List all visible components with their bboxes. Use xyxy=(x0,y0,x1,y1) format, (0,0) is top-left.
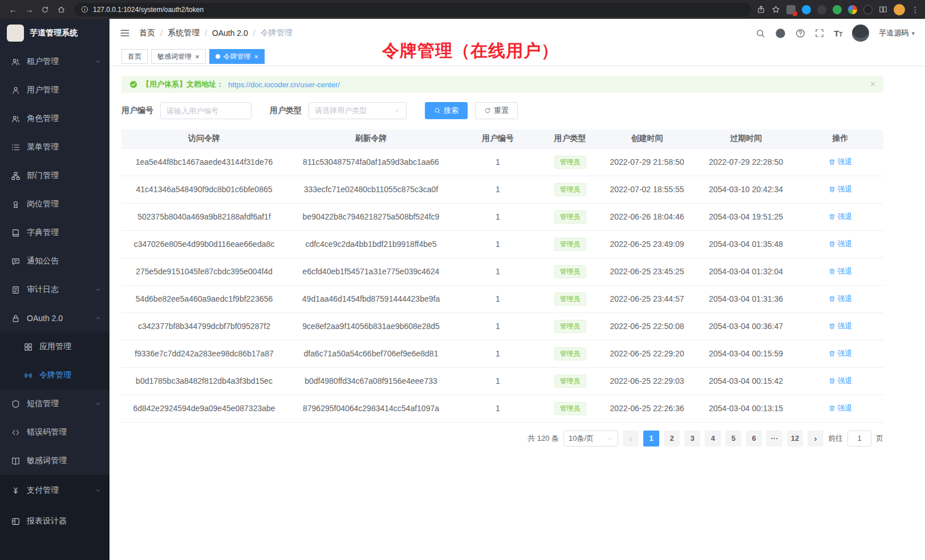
breadcrumb-item[interactable]: 系统管理 xyxy=(168,28,200,38)
sidebar-item-dept[interactable]: 部门管理 xyxy=(0,161,109,190)
sidebar-item-oauth2-token[interactable]: 令牌管理 xyxy=(0,361,109,389)
user-id-label: 用户编号 xyxy=(121,105,153,116)
page-size-select[interactable]: 10条/页 xyxy=(563,431,618,447)
browser-refresh-button[interactable] xyxy=(38,2,52,17)
sidebar-item-label: 令牌管理 xyxy=(39,370,102,380)
user-id-input[interactable] xyxy=(160,102,251,119)
force-logout-button[interactable]: 强退 xyxy=(829,212,853,222)
sidebar-item-audit-log[interactable]: 审计日志 xyxy=(0,275,109,304)
browser-profile-avatar[interactable] xyxy=(894,4,905,15)
table-row: 54d6be82ee5a460a9aedc1f9bf22365649d1aa46… xyxy=(121,285,883,313)
bookmark-star-icon[interactable] xyxy=(772,5,780,14)
share-icon[interactable] xyxy=(757,5,765,14)
page-button-1[interactable]: 1 xyxy=(643,431,659,447)
force-logout-button[interactable]: 强退 xyxy=(829,266,853,277)
github-icon[interactable] xyxy=(775,28,786,39)
tab-home[interactable]: 首页 xyxy=(121,49,148,64)
force-logout-button[interactable]: 强退 xyxy=(829,348,853,359)
action-cell: 强退 xyxy=(797,367,883,395)
extension-icon-green[interactable] xyxy=(833,5,842,14)
table-row: 1ea5e44f8bc1467aaede43144f31de76811c5304… xyxy=(121,148,883,176)
alert-close-icon[interactable]: × xyxy=(870,80,875,89)
breadcrumb-separator: / xyxy=(253,29,255,38)
token-icon xyxy=(24,371,33,380)
fullscreen-icon[interactable] xyxy=(815,29,824,38)
reset-button[interactable]: 重置 xyxy=(475,102,518,119)
force-logout-button[interactable]: 强退 xyxy=(829,321,853,331)
sidebar-item-sensitive-word[interactable]: 敏感词管理 xyxy=(0,447,109,475)
sidebar-item-role[interactable]: 角色管理 xyxy=(0,104,109,133)
sidebar-item-user[interactable]: 用户管理 xyxy=(0,76,109,104)
sidebar-item-post[interactable]: 岗位管理 xyxy=(0,190,109,218)
created-time-cell: 2022-06-25 22:50:08 xyxy=(599,313,695,340)
help-icon[interactable] xyxy=(796,29,805,38)
prev-page-button[interactable]: ‹ xyxy=(623,431,639,447)
font-size-icon[interactable]: TT xyxy=(834,29,842,38)
page-button-4[interactable]: 4 xyxy=(705,431,721,447)
user-id-cell: 1 xyxy=(455,340,541,367)
next-page-button[interactable]: › xyxy=(808,431,823,447)
user-type-cell: 管理员 xyxy=(541,258,599,285)
page-button-2[interactable]: 2 xyxy=(664,431,680,447)
split-view-icon[interactable] xyxy=(879,5,887,14)
column-header: 用户编号 xyxy=(455,129,541,148)
force-logout-button[interactable]: 强退 xyxy=(829,294,853,304)
expire-time-cell: 2054-03-04 00:36:47 xyxy=(695,313,797,340)
extension-icon-blue[interactable] xyxy=(802,5,811,14)
user-id-cell: 1 xyxy=(455,176,541,203)
tab-close-icon[interactable]: × xyxy=(195,53,200,60)
force-logout-button[interactable]: 强退 xyxy=(829,403,853,413)
page-button-3[interactable]: 3 xyxy=(684,431,700,447)
force-logout-button[interactable]: 强退 xyxy=(829,239,853,249)
page-button-5[interactable]: 5 xyxy=(725,431,741,447)
sidebar-item-oauth2[interactable]: OAuth 2.0 xyxy=(0,304,109,332)
site-info-icon[interactable] xyxy=(81,6,88,13)
extension-icon-grid[interactable] xyxy=(786,5,796,14)
browser-home-button[interactable] xyxy=(54,2,68,17)
tab-token[interactable]: 令牌管理× xyxy=(209,49,265,64)
refresh-token-cell: e6cfd40eb1f54571a31e775e039c4624 xyxy=(287,258,455,285)
force-logout-button[interactable]: 强退 xyxy=(829,157,853,167)
force-logout-button[interactable]: 强退 xyxy=(829,184,853,194)
app-logo[interactable]: 芋道管理系统 xyxy=(0,19,109,47)
sidebar-item-report-designer[interactable]: 报表设计器 xyxy=(0,506,109,537)
user-type-cell: 管理员 xyxy=(541,313,599,340)
sidebar-item-dict[interactable]: 字典管理 xyxy=(0,218,109,247)
column-header: 创建时间 xyxy=(599,129,695,148)
browser-menu-icon[interactable]: ⋮ xyxy=(911,5,919,14)
force-logout-button[interactable]: 强退 xyxy=(829,376,853,386)
sidebar-item-notice[interactable]: 通知公告 xyxy=(0,247,109,275)
sidebar: 芋道管理系统 租户管理用户管理角色管理菜单管理部门管理岗位管理字典管理通知公告审… xyxy=(0,19,109,560)
extension-icon-dark[interactable] xyxy=(817,5,826,14)
extension-icon-paw[interactable] xyxy=(863,5,873,14)
sidebar-item-sms[interactable]: 短信管理 xyxy=(0,389,109,418)
breadcrumb-item[interactable]: 首页 xyxy=(139,28,155,38)
user-avatar[interactable] xyxy=(852,25,869,42)
sidebar-item-menu[interactable]: 菜单管理 xyxy=(0,133,109,161)
breadcrumb-item[interactable]: OAuth 2.0 xyxy=(212,29,248,38)
sidebar-item-error-code[interactable]: 错误码管理 xyxy=(0,418,109,447)
user-type-badge: 管理员 xyxy=(554,238,586,251)
alert-doc-link[interactable]: https://doc.iocoder.cn/user-center/ xyxy=(228,80,340,89)
sidebar-item-tenant[interactable]: 租户管理 xyxy=(0,47,109,76)
user-type-select[interactable]: 请选择用户类型 xyxy=(309,102,407,119)
sidebar-item-oauth2-application[interactable]: 应用管理 xyxy=(0,332,109,361)
extensions-puzzle-icon[interactable] xyxy=(848,5,857,14)
pagination: 共 120 条 10条/页 ‹ 123456···12 › 前往 页 xyxy=(121,431,883,447)
goto-page-input[interactable] xyxy=(847,431,871,447)
user-type-badge: 管理员 xyxy=(554,375,586,388)
page-button-12[interactable]: 12 xyxy=(787,431,803,447)
hamburger-icon[interactable] xyxy=(120,28,130,38)
search-icon[interactable] xyxy=(756,29,765,38)
tab-close-icon[interactable]: × xyxy=(254,53,259,60)
sidebar-item-pay[interactable]: 支付管理 xyxy=(0,475,109,506)
browser-forward-button[interactable]: → xyxy=(22,2,36,17)
tab-sensitive-word[interactable]: 敏感词管理× xyxy=(151,49,206,64)
browser-back-button[interactable]: ← xyxy=(6,2,21,17)
report-icon xyxy=(11,517,20,526)
search-button[interactable]: 搜索 xyxy=(425,102,468,119)
page-ellipsis[interactable]: ··· xyxy=(766,431,782,447)
browser-url-bar[interactable]: 127.0.0.1:1024/system/oauth2/token xyxy=(74,3,751,17)
page-button-6[interactable]: 6 xyxy=(746,431,762,447)
user-menu[interactable]: 芋道源码 ▾ xyxy=(879,28,915,38)
